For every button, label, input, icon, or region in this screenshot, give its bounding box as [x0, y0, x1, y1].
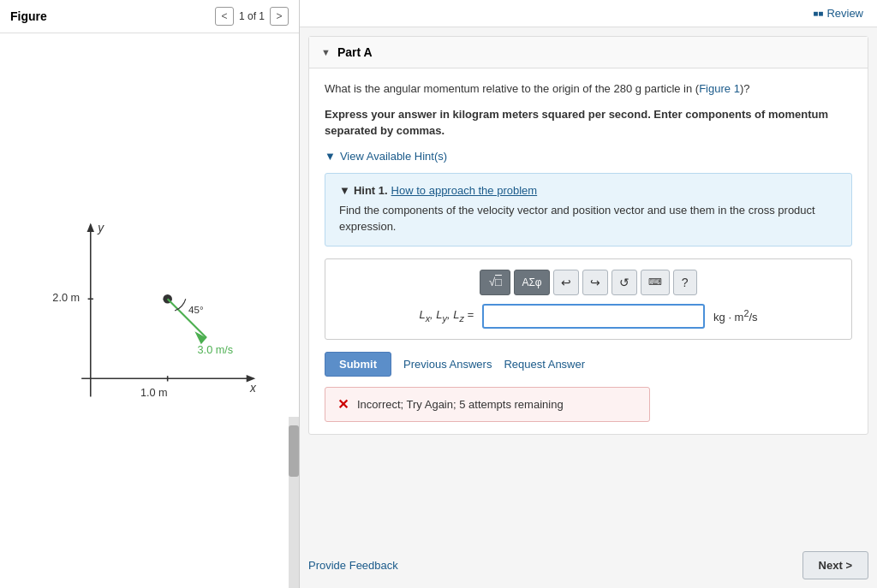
svg-text:1.0 m: 1.0 m [140, 387, 168, 399]
hint-title: ▼ Hint 1. How to approach the problem [339, 184, 838, 197]
figure-title: Figure [10, 9, 47, 23]
help-icon: ? [682, 276, 689, 289]
svg-text:3.0 m/s: 3.0 m/s [198, 344, 234, 356]
toolbar: √□ ΑΣφ ↩ ↪ ↺ ⌨ [336, 270, 841, 295]
figure-prev-btn[interactable]: < [215, 7, 234, 26]
svg-text:x: x [249, 382, 257, 395]
right-panel: ■■ Review ▼ Part A What is the angular m… [300, 0, 877, 588]
review-link[interactable]: ■■ Review [813, 7, 863, 20]
page-indicator: 1 of 1 [239, 10, 265, 22]
refresh-icon: ↺ [619, 276, 629, 289]
provide-feedback-link[interactable]: Provide Feedback [308, 559, 398, 572]
request-answer-link[interactable]: Request Answer [504, 358, 585, 371]
hint-how-to-link[interactable]: How to approach the problem [391, 184, 538, 197]
collapse-arrow-icon[interactable]: ▼ [321, 47, 331, 57]
keyboard-icon: ⌨ [648, 276, 662, 288]
hint-number: Hint 1. [354, 184, 388, 197]
undo-icon: ↩ [561, 276, 571, 289]
error-box: ✕ Incorrect; Try Again; 5 attempts remai… [325, 387, 650, 422]
part-header: ▼ Part A [309, 37, 868, 68]
redo-button[interactable]: ↪ [582, 270, 608, 295]
hint-content: Find the components of the velocity vect… [339, 202, 838, 235]
input-label: Lx, Ly, Lz = [419, 308, 474, 324]
sigma-button[interactable]: ΑΣφ [514, 270, 549, 295]
svg-text:y: y [97, 222, 104, 235]
review-bar: ■■ Review [300, 0, 877, 27]
answer-box: √□ ΑΣφ ↩ ↪ ↺ ⌨ [325, 258, 852, 340]
redo-icon: ↪ [590, 276, 600, 289]
review-label: Review [826, 7, 863, 20]
input-row: Lx, Ly, Lz = kg · m2/s [336, 304, 841, 329]
hint-toggle[interactable]: ▼ View Available Hint(s) [325, 150, 852, 163]
bottom-bar: Provide Feedback Next > [300, 543, 877, 588]
action-row: Submit Previous Answers Request Answer [325, 352, 852, 377]
question-text: What is the angular momentum relative to… [325, 80, 852, 98]
error-message: Incorrect; Try Again; 5 attempts remaini… [357, 398, 564, 411]
svg-text:2.0 m: 2.0 m [52, 292, 80, 304]
express-text: Express your answer in kilogram meters s… [325, 106, 852, 140]
keyboard-button[interactable]: ⌨ [641, 270, 670, 295]
figure-diagram-area: y x 2.0 m 1.0 m 45° 3.0 m/s [0, 33, 299, 588]
hint-collapse-icon[interactable]: ▼ [339, 184, 350, 197]
scrollbar-track[interactable] [289, 417, 299, 588]
next-button[interactable]: Next > [802, 551, 868, 579]
figure-next-btn[interactable]: > [270, 7, 289, 26]
error-icon: ✕ [337, 396, 349, 413]
unit-label: kg · m2/s [713, 308, 758, 324]
part-section: ▼ Part A What is the angular momentum re… [308, 36, 868, 435]
sigma-label: ΑΣφ [522, 276, 541, 288]
refresh-button[interactable]: ↺ [612, 270, 637, 295]
hint-toggle-arrow-icon: ▼ [325, 150, 336, 163]
review-icon: ■■ [813, 9, 823, 18]
part-body: What is the angular momentum relative to… [309, 68, 868, 434]
figure-nav: < 1 of 1 > [215, 7, 289, 26]
submit-button[interactable]: Submit [325, 352, 391, 377]
part-title: Part A [337, 45, 373, 59]
scrollbar-thumb[interactable] [289, 425, 299, 477]
hint-toggle-label: View Available Hint(s) [340, 150, 447, 163]
hint-box: ▼ Hint 1. How to approach the problem Fi… [325, 173, 852, 246]
figure-link[interactable]: Figure 1 [699, 82, 740, 95]
svg-text:45°: 45° [188, 304, 204, 315]
help-button[interactable]: ? [673, 270, 697, 295]
sqrt-button[interactable]: √□ [480, 270, 510, 295]
answer-input[interactable] [482, 304, 705, 329]
figure-header: Figure < 1 of 1 > [0, 0, 299, 33]
previous-answers-link[interactable]: Previous Answers [403, 358, 492, 371]
figure-svg: y x 2.0 m 1.0 m 45° 3.0 m/s [0, 33, 299, 588]
left-panel: Figure < 1 of 1 > y x [0, 0, 300, 588]
undo-button[interactable]: ↩ [553, 270, 579, 295]
